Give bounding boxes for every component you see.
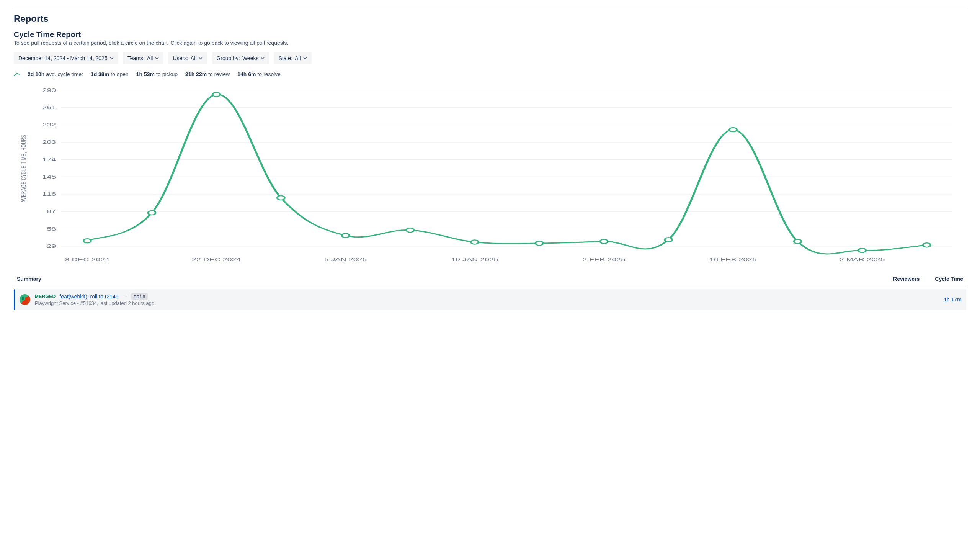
pr-title-link[interactable]: feat(webkit): roll to r2149 bbox=[59, 293, 118, 300]
state-label: State: bbox=[278, 55, 292, 61]
svg-text:261: 261 bbox=[42, 105, 56, 110]
chart-data-point[interactable] bbox=[83, 239, 91, 243]
svg-text:87: 87 bbox=[47, 209, 56, 214]
stat-pickup-label: to pickup bbox=[156, 71, 178, 77]
status-badge: MERGED bbox=[35, 294, 56, 299]
stat-avg: 2d 10h avg. cycle time: bbox=[28, 71, 83, 77]
group-by-label: Group by: bbox=[216, 55, 240, 61]
chart-data-point[interactable] bbox=[342, 233, 350, 238]
svg-text:145: 145 bbox=[42, 174, 56, 180]
date-range-value: December 14, 2024 - March 14, 2025 bbox=[18, 55, 108, 61]
svg-text:2 MAR 2025: 2 MAR 2025 bbox=[840, 257, 885, 262]
stat-open: 1d 38m to open bbox=[91, 71, 129, 77]
svg-text:AVERAGE CYCLE TIME, HOURS: AVERAGE CYCLE TIME, HOURS bbox=[20, 135, 28, 203]
stat-review: 21h 22m to review bbox=[185, 71, 230, 77]
users-filter[interactable]: Users: All bbox=[168, 52, 207, 64]
col-cycle-time: Cycle Time bbox=[935, 276, 963, 282]
page-title: Reports bbox=[14, 13, 966, 24]
branch-chip: main bbox=[131, 293, 148, 300]
stat-pickup: 1h 53m to pickup bbox=[136, 71, 178, 77]
filters-row: December 14, 2024 - March 14, 2025 Teams… bbox=[14, 52, 966, 64]
svg-text:2 FEB 2025: 2 FEB 2025 bbox=[582, 257, 626, 262]
chevron-down-icon bbox=[199, 57, 203, 59]
teams-value: All bbox=[147, 55, 153, 61]
trend-up-icon bbox=[14, 72, 20, 76]
report-title: Cycle Time Report bbox=[14, 30, 966, 39]
cycle-time-cell: 1h 17m bbox=[935, 297, 962, 303]
users-value: All bbox=[191, 55, 197, 61]
chart-data-point[interactable] bbox=[277, 196, 285, 200]
svg-text:232: 232 bbox=[42, 122, 56, 128]
chart-data-point[interactable] bbox=[407, 228, 414, 232]
svg-text:16 FEB 2025: 16 FEB 2025 bbox=[709, 257, 757, 262]
users-label: Users: bbox=[173, 55, 188, 61]
col-reviewers: Reviewers bbox=[893, 276, 920, 282]
state-filter[interactable]: State: All bbox=[274, 52, 311, 64]
svg-text:116: 116 bbox=[42, 192, 56, 197]
stat-resolve-value: 14h 6m bbox=[237, 71, 256, 77]
stat-open-value: 1d 38m bbox=[91, 71, 109, 77]
table-header: Summary Reviewers Cycle Time bbox=[14, 272, 966, 286]
chevron-down-icon bbox=[155, 57, 159, 59]
group-by-value: Weeks bbox=[242, 55, 259, 61]
masks-icon bbox=[21, 296, 29, 303]
svg-text:58: 58 bbox=[47, 226, 56, 231]
svg-text:22 DEC 2024: 22 DEC 2024 bbox=[192, 257, 241, 262]
chart-data-point[interactable] bbox=[729, 128, 737, 132]
svg-text:203: 203 bbox=[42, 139, 56, 145]
svg-text:19 JAN 2025: 19 JAN 2025 bbox=[451, 257, 498, 262]
stat-pickup-value: 1h 53m bbox=[136, 71, 155, 77]
chart-data-point[interactable] bbox=[600, 239, 608, 244]
stat-review-value: 21h 22m bbox=[185, 71, 207, 77]
chart-data-point[interactable] bbox=[923, 243, 931, 247]
svg-text:29: 29 bbox=[47, 244, 56, 249]
svg-text:5 JAN 2025: 5 JAN 2025 bbox=[324, 257, 367, 262]
arrow-right-icon: → bbox=[122, 293, 127, 299]
svg-text:8 DEC 2024: 8 DEC 2024 bbox=[65, 257, 110, 262]
chevron-down-icon bbox=[261, 57, 265, 59]
stat-resolve: 14h 6m to resolve bbox=[237, 71, 281, 77]
svg-text:290: 290 bbox=[42, 88, 56, 93]
chart-data-point[interactable] bbox=[471, 240, 479, 244]
cycle-time-chart[interactable]: 2958871161451742032322612908 DEC 202422 … bbox=[14, 80, 966, 272]
chart-data-point[interactable] bbox=[859, 248, 866, 252]
chevron-down-icon bbox=[303, 57, 307, 59]
state-value: All bbox=[295, 55, 301, 61]
stat-review-label: to review bbox=[208, 71, 230, 77]
date-range-filter[interactable]: December 14, 2024 - March 14, 2025 bbox=[14, 52, 118, 64]
group-by-filter[interactable]: Group by: Weeks bbox=[212, 52, 269, 64]
teams-filter[interactable]: Teams: All bbox=[123, 52, 164, 64]
teams-label: Teams: bbox=[127, 55, 145, 61]
chevron-down-icon bbox=[110, 57, 114, 59]
stat-open-label: to open bbox=[111, 71, 129, 77]
svg-text:174: 174 bbox=[42, 157, 56, 162]
pr-main: MERGED feat(webkit): roll to r2149 → mai… bbox=[35, 293, 904, 306]
chart-data-point[interactable] bbox=[794, 239, 802, 244]
stat-avg-value: 2d 10h bbox=[28, 71, 44, 77]
stat-resolve-label: to resolve bbox=[257, 71, 281, 77]
col-summary: Summary bbox=[17, 276, 41, 282]
chart-data-point[interactable] bbox=[536, 241, 543, 246]
chart-data-point[interactable] bbox=[213, 92, 220, 97]
table-row[interactable]: MERGED feat(webkit): roll to r2149 → mai… bbox=[14, 289, 966, 310]
chart-data-point[interactable] bbox=[665, 238, 672, 242]
report-subtitle: To see pull requests of a certain period… bbox=[14, 40, 966, 46]
stat-avg-label: avg. cycle time: bbox=[46, 71, 83, 77]
stats-row: 2d 10h avg. cycle time: 1d 38m to open 1… bbox=[14, 71, 966, 77]
avatar bbox=[20, 294, 30, 305]
chart-data-point[interactable] bbox=[148, 211, 156, 215]
pr-subtext: Playwright Service - #51634, last update… bbox=[35, 300, 904, 306]
